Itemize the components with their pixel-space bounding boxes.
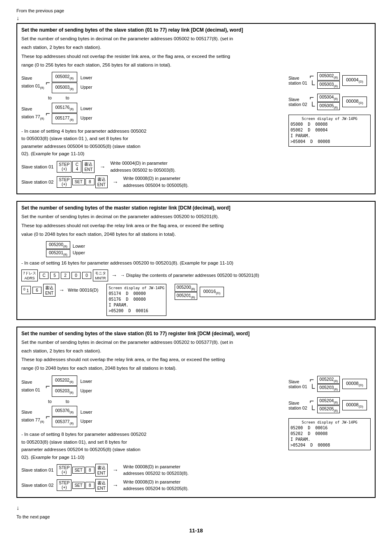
page-number: 11-18 — [16, 527, 376, 534]
step-box-reg-s01[interactable]: STEP(+) — [57, 464, 71, 476]
arrow-s02: → — [113, 179, 118, 185]
res-addr-005205: 005205(8) — [317, 405, 340, 413]
write-reg01-text: Write 00008(D) in parameter — [123, 464, 180, 469]
lower-label-1: Lower — [81, 74, 92, 82]
ent-master[interactable]: 書込ENT — [43, 284, 55, 297]
set-box-s02[interactable]: SET — [72, 178, 84, 185]
screen-line-2d: >05200 D 00016 — [108, 308, 164, 314]
arrow-down-top: ↓ — [16, 15, 376, 21]
slave-reg-body4: range (0 to 2048 bytes for each station,… — [21, 365, 371, 372]
val6-master[interactable]: 6 — [32, 287, 42, 294]
master-upper: Upper — [73, 250, 85, 255]
val2-box[interactable]: 2 — [61, 272, 70, 279]
screen-title-1: Screen display of JW-14PG — [291, 117, 369, 121]
section-slave-reg-title: Set the number of sending bytes of the s… — [21, 331, 371, 336]
arrow-reg-s02: → — [113, 482, 118, 488]
screen-line-1c: I PARAM. — [291, 133, 369, 139]
res-addr-005004: 005004(8) — [317, 94, 340, 101]
ent-box-reg-s02[interactable]: 書込ENT — [95, 479, 108, 492]
adrs-box[interactable]: 7ドレスADRS — [21, 269, 38, 281]
lower-reg-label-1: Lower — [81, 378, 92, 385]
lower-label-2: Lower — [81, 105, 92, 113]
master-body2: These top addresses should not overlap t… — [21, 222, 371, 229]
addr-005176: 005176(8) — [52, 103, 77, 113]
addr-005377: 005377(8) — [52, 417, 77, 427]
section-master-title: Set the number of sending bytes of the m… — [21, 205, 371, 211]
val0a-box[interactable]: 0 — [71, 272, 81, 279]
slave-reg-note: - In case of setting 8 bytes for paramet… — [21, 431, 280, 461]
master-lower: Lower — [73, 244, 85, 249]
relay-note: - In case of setting 4 bytes for paramet… — [21, 127, 280, 158]
val-box-8-reg[interactable]: 8 — [85, 467, 95, 474]
relay-body3: These top addresses should not overlap t… — [21, 53, 371, 60]
slave-label-01: Slavestation 01(8) — [21, 74, 44, 91]
res-val-00004: 00004(D) — [342, 75, 367, 85]
station-reg-01-label: Slave station 01 — [21, 467, 53, 472]
addr-005376: 005376(8) — [52, 406, 77, 416]
c-box[interactable]: C — [39, 272, 48, 279]
screen-line-3c: I PARAM. — [291, 437, 369, 442]
addr-005002: 005002(8) — [52, 72, 77, 82]
res-addr-005005: 005005(8) — [317, 102, 340, 110]
station02-label: Slave station 02 — [21, 180, 53, 184]
val0-master[interactable]: 0 1 — [21, 286, 31, 294]
val-box-8[interactable]: 8 — [85, 178, 95, 185]
upper-label-2: Upper — [81, 114, 92, 122]
screen-line-2a: 05174 D 00000 — [108, 291, 164, 297]
addr-005202: 005202(8) — [52, 375, 77, 386]
slave-label-77: Slavestation 77(8) — [21, 105, 44, 122]
ent-box-reg-s01[interactable]: 書込ENT — [95, 464, 108, 477]
step-box-s01[interactable]: STEP(+) — [57, 161, 71, 173]
write02b-text: addresses 005004 to 005005(8). — [123, 183, 189, 188]
station01-label: Slave station 01 — [21, 164, 53, 169]
res-addr-005204: 005204(8) — [317, 397, 340, 405]
write01-text: Write 00004(D) in parameter — [110, 161, 167, 166]
write-reg02-text: Write 00008(D) in parameter — [123, 479, 180, 484]
write-reg02b-text: addresses 005204 to 005205(8). — [123, 486, 189, 491]
station-reg-02-label: Slave station 02 — [21, 483, 53, 488]
addr-005177: 005177(8) — [52, 113, 77, 124]
arrow-master: → — [111, 272, 117, 279]
from-previous: From the previous page — [16, 8, 376, 13]
screen-line-2b: 05176 D 00000 — [108, 297, 164, 302]
arrow-write-master: → — [59, 287, 65, 293]
upper-label-1: Upper — [81, 83, 92, 91]
addr-005203: 005203(8) — [52, 386, 77, 396]
screen-line-1a: 05000 D 00008 — [291, 122, 369, 127]
screen-display-2: Screen display of JW-14PG 05174 D 00000 … — [106, 284, 166, 316]
relay-body2: each station, 2 bytes for each station). — [21, 44, 371, 51]
res-val-00008: 00008(D) — [342, 97, 367, 107]
write01b-text: addresses 005002 to 005003(8). — [110, 168, 175, 173]
set-box-reg-s01[interactable]: SET — [72, 467, 84, 474]
res-addr-005003: 005003(8) — [317, 81, 340, 89]
master-addr-005200: 005200(8) — [46, 241, 70, 249]
write02-text: Write 00008(D) in parameter — [123, 176, 180, 181]
ent-box-s02[interactable]: 書込ENT — [95, 175, 108, 188]
step-box-s02[interactable]: STEP(+) — [57, 176, 71, 188]
master-res-addr1: 005200(8) — [175, 284, 197, 292]
master-res-val: 00016(D) — [200, 287, 224, 297]
upper-reg-label-1: Upper — [81, 387, 92, 395]
res-addr-005203: 005203(8) — [317, 384, 340, 392]
set-box-reg-s02[interactable]: SET — [72, 482, 84, 489]
monitor-box[interactable]: モニタMNTR — [93, 269, 108, 281]
screen-line-3a: 05200 D 00016 — [291, 425, 369, 431]
slave-reg-label-77: Slavestation 77(8) — [21, 408, 44, 425]
res-reg-val-00008-02: 00008(D) — [342, 400, 367, 410]
arrow-down-bottom: ↓ — [16, 504, 376, 511]
val5-box[interactable]: 5 — [50, 272, 59, 279]
screen-display-3: Screen display of JW-14PG 05200 D 00016 … — [288, 418, 371, 450]
val-box-4[interactable]: C4 — [72, 161, 81, 173]
master-body3: value (0 to 2048 bytes for each station,… — [21, 231, 371, 238]
val-box-8-reg2[interactable]: 8 — [85, 482, 95, 489]
screen-display-1: Screen display of JW-14PG 05000 D 00008 … — [288, 115, 371, 147]
slave-reg-body3: These top addresses should not overlap t… — [21, 356, 371, 363]
section-slave-register: Set the number of sending bytes of the s… — [16, 327, 376, 498]
master-body1: Set the number of sending bytes in decim… — [21, 213, 371, 220]
display-text: → Display the contents of parameter addr… — [120, 273, 259, 278]
screen-title-3: Screen display of JW-14PG — [291, 420, 369, 424]
step-box-reg-s02[interactable]: STEP(+) — [57, 479, 71, 491]
val0b-box[interactable]: 0 — [82, 272, 91, 279]
write-reg01b-text: addresses 005202 to 005203(8). — [123, 471, 189, 476]
ent-box-s01[interactable]: 書込ENT — [82, 160, 95, 173]
